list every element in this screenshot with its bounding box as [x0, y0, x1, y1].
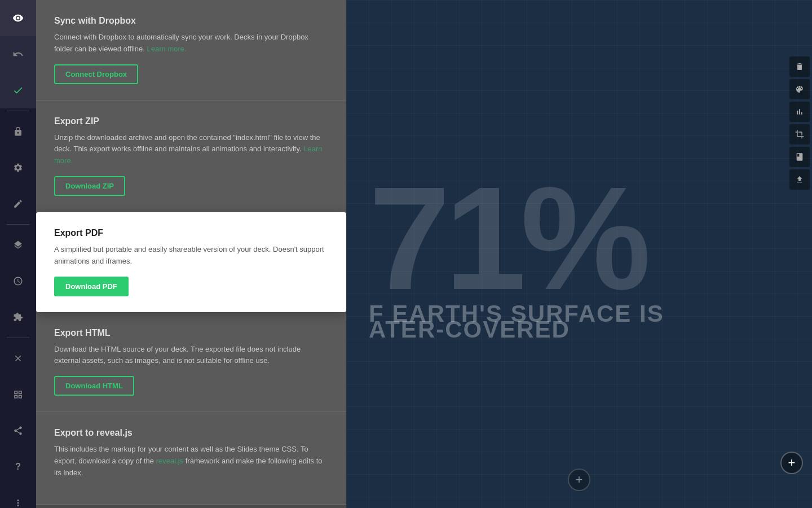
- download-zip-button[interactable]: Download ZIP: [54, 176, 125, 196]
- slide-add-btn[interactable]: +: [568, 468, 590, 491]
- right-export-btn[interactable]: [789, 169, 810, 190]
- right-delete-btn[interactable]: [789, 56, 810, 77]
- sidebar-divider-1: [7, 111, 29, 111]
- right-crop-btn[interactable]: [789, 124, 810, 144]
- close-bar: Close: [36, 505, 346, 508]
- dropbox-description: Connect with Dropbox to automatically sy…: [54, 32, 328, 55]
- revealjs-description: This includes the markup for your conten…: [54, 444, 328, 479]
- dropbox-learn-more-link[interactable]: Learn more.: [147, 45, 187, 53]
- sidebar-grid-btn[interactable]: [0, 376, 36, 413]
- pdf-title: Export PDF: [54, 228, 328, 238]
- dropbox-title: Sync with Dropbox: [54, 16, 328, 26]
- sidebar-more-btn[interactable]: [0, 485, 36, 508]
- sidebar-bottom: ?: [0, 449, 36, 508]
- export-section-pdf: Export PDF A simplified but portable and…: [36, 212, 346, 312]
- left-sidebar: ?: [0, 0, 36, 508]
- export-section-dropbox: Sync with Dropbox Connect with Dropbox t…: [36, 0, 346, 100]
- slide-area: 71% F EARTH'S SURFACE IS ATER-COVERED: [346, 0, 812, 508]
- sidebar-settings-btn[interactable]: [0, 150, 36, 186]
- sidebar-share-btn[interactable]: [0, 413, 36, 449]
- right-chart-btn[interactable]: [789, 102, 810, 122]
- sidebar-close-btn[interactable]: [0, 340, 36, 376]
- sidebar-check-btn[interactable]: [0, 72, 36, 108]
- sidebar-divider-2: [7, 224, 29, 225]
- connect-dropbox-button[interactable]: Connect Dropbox: [54, 64, 138, 84]
- download-pdf-button[interactable]: Download PDF: [54, 277, 129, 296]
- download-html-button[interactable]: Download HTML: [54, 376, 134, 396]
- right-toolbar: +: [787, 0, 812, 508]
- revealjs-title: Export to reveal.js: [54, 428, 328, 438]
- sidebar-undo-btn[interactable]: [0, 36, 36, 72]
- sidebar-divider-3: [7, 338, 29, 338]
- export-section-zip: Export ZIP Unzip the downloaded archive …: [36, 100, 346, 212]
- slide-big-number: 71%: [369, 165, 664, 312]
- sidebar-clock-btn[interactable]: [0, 263, 36, 299]
- html-description: Download the HTML source of your deck. T…: [54, 344, 328, 367]
- right-add-btn[interactable]: +: [780, 452, 803, 474]
- sidebar-layers-btn[interactable]: [0, 227, 36, 263]
- html-title: Export HTML: [54, 328, 328, 338]
- sidebar-top: [0, 0, 36, 449]
- zip-description: Unzip the downloaded archive and open th…: [54, 132, 328, 167]
- sidebar-help-btn[interactable]: ?: [0, 449, 36, 485]
- right-book-btn[interactable]: [789, 147, 810, 167]
- slide-content: 71% F EARTH'S SURFACE IS ATER-COVERED: [346, 142, 687, 366]
- zip-title: Export ZIP: [54, 116, 328, 126]
- export-panel: Sync with Dropbox Connect with Dropbox t…: [36, 0, 346, 508]
- sidebar-lock-btn[interactable]: [0, 113, 36, 150]
- sidebar-pen-btn[interactable]: [0, 186, 36, 222]
- pdf-description: A simplified but portable and easily sha…: [54, 244, 328, 268]
- revealjs-link[interactable]: reveal.js: [156, 457, 183, 465]
- sidebar-view-btn[interactable]: [0, 0, 36, 36]
- right-color-btn[interactable]: [789, 79, 810, 99]
- sidebar-plugin-btn[interactable]: [0, 299, 36, 335]
- export-section-revealjs: Export to reveal.js This includes the ma…: [36, 412, 346, 504]
- export-section-html: Export HTML Download the HTML source of …: [36, 312, 346, 413]
